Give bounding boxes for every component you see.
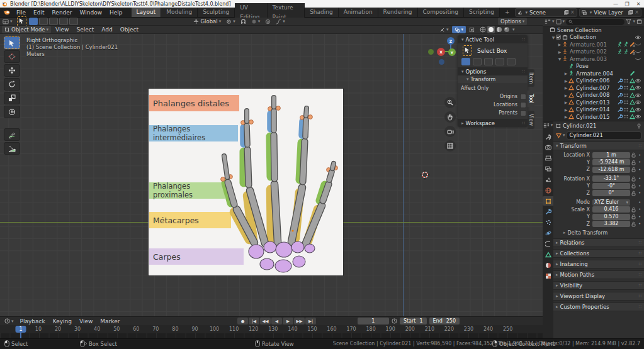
value-field[interactable]: 0° — [592, 190, 630, 196]
viewport-menu-select[interactable]: Select — [72, 25, 98, 35]
proportional-editing-toggle[interactable] — [263, 18, 273, 25]
transform-orientation-dropdown[interactable]: Global▾ — [191, 18, 224, 25]
lock-open-icon[interactable] — [631, 160, 636, 165]
panel-drag-dots[interactable]: ∷ — [639, 262, 641, 267]
animate-dot[interactable]: • — [637, 207, 642, 212]
y-axis-ball[interactable]: Y — [448, 48, 456, 56]
active-tool-panel-header[interactable]: ▾Active Tool∷ — [458, 35, 528, 43]
outliner-row[interactable]: ▶Cylinder.008 — [543, 92, 644, 99]
set-mode-button[interactable] — [461, 58, 470, 65]
editor-type-button[interactable]: ▾ — [0, 18, 15, 25]
properties-tab-data[interactable] — [543, 250, 553, 259]
view-layer-selector[interactable]: ▾ View Layer × — [579, 8, 641, 17]
outliner-row[interactable]: ▼Armature.003 — [543, 55, 644, 63]
outliner-row[interactable]: ▶Cylinder.006 — [543, 77, 644, 85]
filter-funnel-icon[interactable]: ▾ — [626, 19, 635, 25]
expand-arrow-icon[interactable]: ▶ — [557, 50, 562, 54]
outliner-row[interactable]: ▶Cylinder.013 — [543, 99, 644, 106]
invert-mode-button[interactable] — [495, 58, 504, 65]
eye-open-icon[interactable] — [635, 108, 641, 112]
workspace-tab-layout[interactable]: Layout — [132, 8, 162, 17]
panel-drag-dots[interactable]: ∷ — [639, 272, 641, 277]
expand-arrow-icon[interactable]: ▶ — [563, 100, 568, 104]
eye-open-icon[interactable] — [635, 93, 641, 97]
menu-edit[interactable]: Edit — [30, 8, 48, 18]
ortho-grid-icon[interactable] — [444, 140, 456, 152]
workspace-tab-animation[interactable]: Animation — [339, 8, 378, 17]
proportional-falloff-dropdown[interactable]: ▾ — [273, 18, 288, 25]
animate-dot[interactable]: • — [637, 221, 642, 226]
eye-open-icon[interactable] — [635, 114, 641, 119]
material-shading-button[interactable] — [496, 26, 502, 33]
xray-toggle[interactable] — [466, 26, 477, 33]
animate-dot[interactable]: • — [637, 184, 642, 189]
menu-render[interactable]: Render — [48, 8, 76, 18]
timeline-editor-type-button[interactable]: ▾ — [2, 318, 16, 325]
z-axis-ball[interactable]: Z — [447, 37, 455, 45]
delta-transform-panel[interactable]: ▸ Delta Transform — [553, 229, 644, 236]
outliner-row[interactable]: ▶Cylinder.015 — [543, 113, 644, 121]
minimize-button[interactable]: — — [610, 1, 621, 7]
properties-tab-modifiers[interactable] — [543, 207, 553, 216]
set-mode-button[interactable] — [29, 18, 38, 25]
menu-window[interactable]: Window — [76, 8, 106, 18]
end-frame-field[interactable]: End250 — [429, 318, 460, 324]
next-keyframe-button[interactable]: ▶▶ — [294, 318, 305, 324]
previous-keyframe-button[interactable]: ◀◀ — [260, 318, 271, 324]
parents-checkbox[interactable] — [520, 110, 526, 116]
properties-editor-type-icon[interactable]: ▾ — [543, 123, 553, 128]
outliner-row[interactable]: ▶Cylinder.014 — [543, 106, 644, 114]
outliner-row[interactable]: ▼Collection — [543, 34, 644, 42]
panel-custom-properties[interactable]: ▸Custom Properties∷ — [553, 302, 644, 311]
animate-dot[interactable]: • — [637, 200, 642, 205]
options-panel-header[interactable]: ▾Options∷ — [458, 67, 528, 75]
properties-tab-particles[interactable] — [543, 218, 553, 227]
blender-app-icon[interactable] — [3, 10, 10, 15]
value-field[interactable]: 0.570 — [592, 214, 630, 220]
select-box-tool-thumb[interactable] — [463, 45, 472, 56]
expand-arrow-icon[interactable]: ▶ — [563, 114, 568, 119]
properties-tab-tool[interactable] — [543, 132, 553, 141]
new-scene-icon[interactable] — [564, 10, 568, 15]
extend-mode-button[interactable] — [473, 58, 482, 65]
panel-collections[interactable]: ▸Collections∷ — [553, 249, 644, 258]
timeline-track-area[interactable] — [0, 333, 543, 338]
play-button[interactable]: ▶ — [283, 318, 293, 324]
panel-instancing[interactable]: ▸Instancing∷ — [553, 260, 644, 269]
panel-drag-dots[interactable]: ∷ — [639, 304, 641, 309]
viewport-menu-add[interactable]: Add — [98, 25, 116, 35]
panel-drag-dots[interactable]: ∷ — [639, 240, 641, 245]
playhead-frame-badge[interactable]: 1 — [15, 326, 26, 333]
expand-arrow-icon[interactable]: ▶ — [563, 71, 568, 75]
outliner-row[interactable]: ▶Cylinder.007 — [543, 84, 644, 92]
start-frame-field[interactable]: Start1 — [400, 318, 427, 324]
expand-arrow-icon[interactable]: ▶ — [563, 93, 568, 97]
eye-closed-icon[interactable] — [635, 42, 641, 47]
transform-tool-button[interactable] — [4, 106, 20, 118]
properties-tab-constraints[interactable] — [543, 239, 553, 248]
value-field[interactable]: 1 m — [592, 152, 630, 158]
new-view-layer-icon[interactable] — [628, 10, 633, 15]
lock-open-icon[interactable] — [631, 214, 636, 219]
auto-keyframe-clock-icon[interactable] — [392, 318, 397, 324]
outliner-row[interactable]: Scene Collection — [543, 26, 644, 34]
properties-tab-texture[interactable] — [543, 271, 553, 280]
cursor-tool-button[interactable] — [4, 50, 20, 63]
animate-dot[interactable]: • — [637, 214, 642, 219]
expand-arrow-icon[interactable]: ▶ — [557, 42, 562, 47]
workspace-tab-modeling[interactable]: Modeling — [161, 8, 198, 17]
record-button[interactable]: ● — [237, 318, 248, 324]
outliner-filter-mode-icon[interactable]: ▾ — [556, 19, 565, 25]
animate-dot[interactable]: • — [637, 153, 642, 158]
timeline-ruler[interactable]: 1102030405060708090100110120130140150160… — [0, 325, 543, 338]
value-field[interactable]: -5.9244 m — [592, 159, 630, 165]
workspace-tab-rendering[interactable]: Rendering — [378, 8, 418, 17]
scale-tool-button[interactable] — [4, 92, 20, 104]
gizmo-dropdown[interactable]: ▾ — [437, 26, 451, 33]
close-button[interactable]: ✕ — [633, 1, 644, 7]
menu-help[interactable]: Help — [106, 8, 127, 18]
extend-mode-button[interactable] — [39, 18, 48, 25]
value-field[interactable]: 0.416 — [592, 206, 630, 213]
outliner-row[interactable]: Pose — [543, 63, 644, 70]
value-field[interactable]: -0° — [592, 183, 630, 189]
